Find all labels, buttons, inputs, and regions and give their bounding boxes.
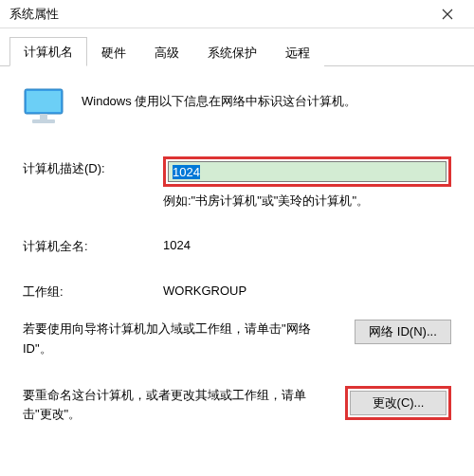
titlebar: 系统属性 (0, 0, 474, 28)
change-highlight: 更改(C)... (345, 386, 451, 420)
row-description: 计算机描述(D): (23, 156, 451, 187)
svg-rect-3 (32, 119, 55, 123)
tabstrip: 计算机名 硬件 高级 系统保护 远程 (0, 28, 474, 66)
change-button[interactable]: 更改(C)... (350, 391, 447, 415)
description-highlight (163, 156, 451, 187)
workgroup-value: WORKGROUP (163, 280, 246, 298)
close-icon (442, 9, 453, 20)
description-input[interactable] (168, 161, 447, 182)
tab-advanced[interactable]: 高级 (140, 38, 193, 66)
network-id-button[interactable]: 网络 ID(N)... (355, 320, 451, 344)
tab-computer-name[interactable]: 计算机名 (9, 37, 87, 66)
row-workgroup: 工作组: WORKGROUP (23, 280, 451, 301)
row-full-name: 计算机全名: 1024 (23, 234, 451, 255)
svg-rect-2 (40, 114, 47, 119)
tab-panel: Windows 使用以下信息在网络中标识这台计算机。 计算机描述(D): 例如:… (0, 66, 474, 434)
tab-hardware[interactable]: 硬件 (87, 38, 140, 66)
change-row: 要重命名这台计算机，或者更改其域或工作组，请单击"更改"。 更改(C)... (23, 386, 451, 426)
computer-icon (23, 87, 64, 128)
full-name-label: 计算机全名: (23, 234, 163, 255)
svg-rect-1 (27, 91, 61, 112)
change-text: 要重命名这台计算机，或者更改其域或工作组，请单击"更改"。 (23, 386, 332, 426)
window-title: 系统属性 (9, 6, 59, 23)
network-id-text: 若要使用向导将计算机加入域或工作组，请单击"网络 ID"。 (23, 320, 341, 359)
intro-text: Windows 使用以下信息在网络中标识这台计算机。 (82, 87, 356, 110)
tab-remote[interactable]: 远程 (271, 38, 324, 66)
network-id-row: 若要使用向导将计算机加入域或工作组，请单击"网络 ID"。 网络 ID(N)..… (23, 320, 451, 359)
close-button[interactable] (428, 1, 466, 27)
intro-row: Windows 使用以下信息在网络中标识这台计算机。 (23, 87, 451, 128)
tab-system-protection[interactable]: 系统保护 (193, 38, 271, 66)
description-label: 计算机描述(D): (23, 156, 163, 177)
description-example: 例如:"书房计算机"或"美玲的计算机"。 (163, 192, 451, 210)
full-name-value: 1024 (163, 234, 191, 252)
workgroup-label: 工作组: (23, 280, 163, 301)
